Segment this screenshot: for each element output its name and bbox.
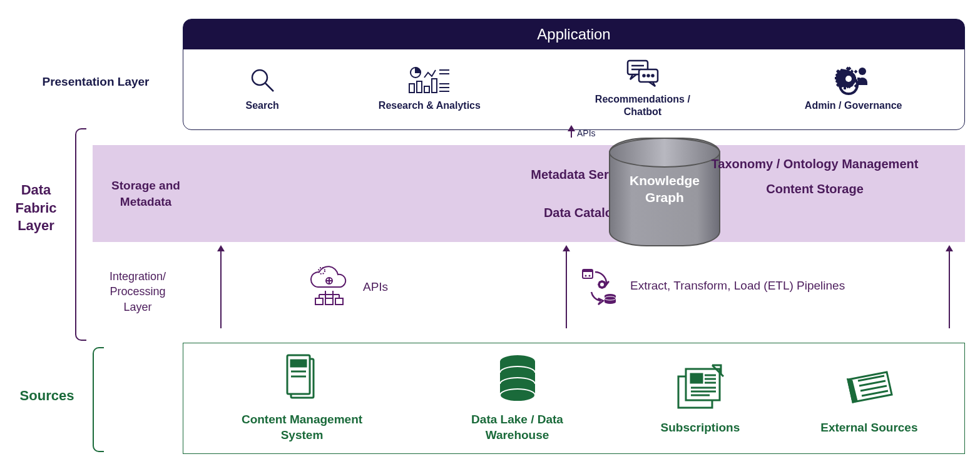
- app-item-analytics: Research & Analytics: [379, 64, 481, 111]
- source-subscriptions: Subscriptions: [661, 362, 740, 435]
- svg-rect-6: [417, 81, 422, 93]
- integration-apis: APIs: [307, 266, 388, 308]
- source-label: Content Management System: [230, 412, 374, 443]
- svg-rect-34: [583, 270, 593, 272]
- app-item-label: Recommendations / Chatbot: [580, 93, 705, 118]
- svg-rect-29: [335, 298, 343, 305]
- svg-rect-27: [315, 298, 323, 305]
- integration-etl: Extract, Transform, Load (ETL) Pipelines: [579, 266, 845, 306]
- arrow-up-2: [566, 250, 567, 328]
- external-icon: [820, 362, 917, 412]
- subscriptions-icon: [661, 362, 740, 412]
- arrow-up-3: [949, 250, 950, 328]
- svg-rect-5: [409, 84, 414, 93]
- diagram-root: Presentation Layer Data Fabric Layer Sou…: [0, 0, 980, 459]
- admin-icon: [805, 64, 902, 96]
- data-fabric-layer-label: Data Fabric Layer: [9, 181, 63, 235]
- svg-point-19: [859, 68, 866, 75]
- source-cms: Content Management System: [230, 353, 374, 443]
- svg-point-36: [589, 275, 591, 277]
- svg-rect-28: [325, 298, 333, 305]
- cloud-api-icon: [307, 266, 352, 308]
- knowledge-graph-cylinder: Knowledge Graph: [609, 138, 720, 246]
- svg-rect-8: [432, 79, 437, 93]
- content-storage-label: Content Storage: [690, 182, 940, 196]
- sources-box: Content Management System Data Lake / Da…: [183, 343, 965, 454]
- svg-rect-59: [691, 374, 702, 383]
- svg-line-1: [265, 83, 273, 91]
- source-external: External Sources: [820, 362, 917, 435]
- sources-label: Sources: [6, 388, 88, 404]
- application-header: Application: [183, 19, 964, 49]
- svg-point-37: [600, 283, 604, 286]
- analytics-icon: [379, 64, 481, 96]
- source-label: External Sources: [820, 421, 917, 435]
- app-item-search: Search: [245, 64, 278, 111]
- source-label: Subscriptions: [661, 421, 740, 435]
- svg-point-17: [647, 75, 649, 77]
- etl-icon: [579, 266, 619, 306]
- arrow-up-1: [220, 250, 222, 328]
- integration-etl-label: Extract, Transform, Load (ETL) Pipelines: [630, 279, 845, 293]
- application-items-row: Search Research & Analytics: [183, 49, 964, 118]
- app-item-label: Research & Analytics: [379, 100, 481, 111]
- presentation-layer-label: Presentation Layer: [24, 75, 168, 89]
- svg-point-22: [845, 76, 852, 82]
- data-catalog-label: Data Catalog: [199, 206, 965, 220]
- arrow-api-up: [571, 130, 572, 138]
- app-item-recommendations: Recommendations / Chatbot: [580, 57, 705, 118]
- bracket-sources: [93, 347, 104, 452]
- bracket-fabric: [75, 128, 86, 341]
- storage-metadata-sublabel: Storage and Metadata: [93, 178, 199, 209]
- database-icon: [455, 353, 580, 403]
- app-item-admin: Admin / Governance: [805, 64, 902, 111]
- svg-point-16: [643, 75, 645, 77]
- source-datalake: Data Lake / Data Warehouse: [455, 353, 580, 443]
- taxonomy-label: Taxonomy / Ontology Management: [690, 156, 940, 172]
- svg-point-18: [651, 75, 653, 77]
- svg-rect-7: [424, 86, 429, 93]
- search-icon: [245, 64, 278, 96]
- kg-line2: Graph: [609, 189, 720, 206]
- app-item-label: Admin / Governance: [805, 100, 902, 111]
- svg-point-0: [252, 70, 267, 85]
- svg-rect-44: [291, 360, 306, 366]
- application-box: Application Search: [183, 19, 965, 130]
- source-label: Data Lake / Data Warehouse: [455, 412, 580, 443]
- storage-right-column: Taxonomy / Ontology Management Content S…: [690, 156, 940, 196]
- app-item-label: Search: [245, 100, 278, 111]
- svg-point-40: [605, 300, 616, 304]
- cms-icon: [230, 353, 374, 403]
- chat-icon: [580, 57, 705, 89]
- integration-apis-label: APIs: [363, 280, 388, 294]
- api-arrow-label: APIs: [577, 128, 596, 138]
- svg-point-35: [585, 275, 587, 277]
- kg-line1: Knowledge: [609, 172, 720, 189]
- storage-metadata-band: Storage and Metadata Metadata Service Da…: [93, 145, 965, 242]
- integration-layer-label: Integration/ Processing Layer: [97, 269, 178, 315]
